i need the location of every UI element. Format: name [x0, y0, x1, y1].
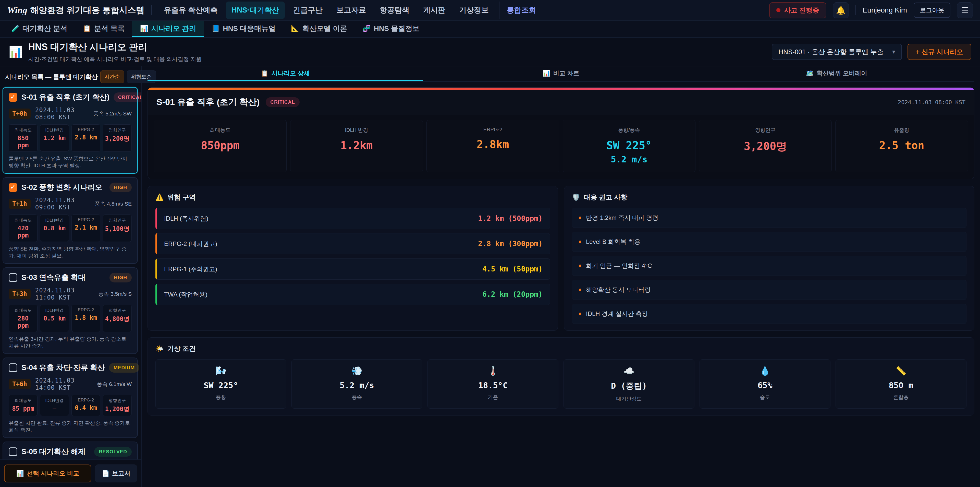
scenario-checkbox[interactable] — [9, 93, 18, 102]
stat-value: 0.4 km — [73, 404, 99, 411]
nav-item[interactable]: 통합조회 — [499, 2, 542, 19]
report-button[interactable]: 📄 보고서 — [95, 465, 137, 482]
module-tab[interactable]: 🧬 HNS 물질정보 — [355, 21, 427, 37]
risk-zone-list: IDLH (즉시위험) 1.2 km (500ppm) ERPG-2 (대피권고… — [156, 208, 550, 305]
recommendations-title: 대응 권고 사항 — [584, 193, 627, 202]
detail-tabs: 📋 시나리오 상세 📊 비교 차트 🗺️ 확산범위 오버레이 — [148, 66, 974, 82]
nav-item[interactable]: 기상정보 — [453, 2, 494, 19]
detail-tab[interactable]: 📊 비교 차트 — [423, 66, 699, 81]
scenario-checkbox[interactable] — [9, 363, 18, 372]
weather-card: ☁️ D (중립) 대기안정도 — [563, 359, 694, 409]
time-offset-chip: T+1h — [9, 199, 30, 209]
nav-item[interactable]: 긴급구난 — [287, 2, 328, 19]
stat-value: 4,800명 — [105, 315, 130, 323]
module-tab[interactable]: 📘 HNS 대응매뉴얼 — [204, 21, 283, 37]
recommendation-row: Level B 화학복 착용 — [572, 232, 966, 252]
module-tab[interactable]: 📋 분석 목록 — [75, 21, 132, 37]
nav-item[interactable]: 게시판 — [417, 2, 451, 19]
detail-datetime: 2024.11.03 08:00 KST — [898, 99, 966, 105]
detail-tab-icon: 🗺️ — [806, 70, 814, 77]
nav-item[interactable]: 유출유 확산예측 — [158, 2, 223, 19]
weather-card-icon: 🌬️ — [158, 366, 283, 376]
nav-item[interactable]: 항공탐색 — [374, 2, 415, 19]
weather-card-icon: 🌡️ — [430, 366, 555, 376]
nav-item[interactable]: HNS·대기확산 — [226, 2, 285, 19]
app-logo: Wing 해양환경 위기대응 통합시스템 — [7, 5, 145, 16]
scenario-title: S-01 유출 직후 (초기 확산) — [21, 92, 110, 102]
recommendation-row: IDLH 경계 실시간 측정 — [572, 304, 966, 324]
module-tab-label: 확산모델 이론 — [302, 24, 347, 34]
page-icon: 📊 — [9, 45, 23, 59]
module-tab[interactable]: 📊 시나리오 관리 — [132, 21, 204, 37]
nav-item[interactable]: 보고자료 — [331, 2, 372, 19]
detail-stat-label: IDLH 반경 — [293, 127, 420, 134]
weather-card-value: 850 m — [838, 380, 964, 390]
sort-button[interactable]: 시간순 — [100, 70, 124, 83]
divider — [856, 5, 856, 15]
scenario-checkbox[interactable] — [9, 183, 18, 192]
scenario-stat: 영향인구 5,100명 — [103, 214, 132, 242]
module-tab-label: 분석 목록 — [94, 24, 125, 34]
scenario-stat: IDLH반경 — — [40, 395, 69, 416]
detail-stat-label: 영향인구 — [702, 127, 829, 134]
scenario-stats: 최대농도 850 ppm IDLH반경 1.2 km ERPG-2 2.8 km… — [9, 125, 132, 152]
stat-label: IDLH반경 — [42, 127, 67, 133]
scenario-stat: 영향인구 4,800명 — [103, 305, 132, 332]
scenario-title: S-03 연속유출 확대 — [21, 273, 105, 283]
weather-title: 기상 조건 — [167, 344, 196, 353]
risk-zone-value: 4.5 km (50ppm) — [482, 265, 542, 273]
detail-stat-label: ERPG-2 — [429, 127, 556, 133]
menu-button[interactable]: ☰ — [957, 2, 973, 18]
page-title: HNS 대기확산 시나리오 관리 — [28, 41, 202, 53]
stat-label: IDLH반경 — [42, 308, 67, 313]
module-tab[interactable]: 🧪 대기확산 분석 — [3, 21, 75, 37]
scenario-card[interactable]: S-02 풍향 변화 시나리오 HIGH T+1h 2024.11.03 09:… — [3, 177, 138, 264]
scenario-checkbox[interactable] — [9, 273, 18, 282]
scenario-checkbox[interactable] — [9, 447, 18, 456]
weather-card-label: 풍향 — [158, 394, 283, 401]
notification-bell-button[interactable]: 🔔 — [833, 2, 849, 18]
divider — [151, 5, 151, 15]
weather-card-icon: 📏 — [838, 366, 964, 376]
scenario-card[interactable]: S-01 유출 직후 (초기 확산) CRITICAL T+0h 2024.11… — [3, 87, 138, 174]
scenario-stat: ERPG-2 0.4 km — [72, 395, 100, 416]
scenario-card[interactable]: S-04 유출 차단·잔류 확산 MEDIUM T+6h 2024.11.03 … — [3, 358, 138, 438]
severity-badge: HIGH — [110, 183, 132, 192]
logo-mark: Wing — [7, 5, 27, 16]
new-scenario-button[interactable]: + 신규 시나리오 — [907, 44, 971, 60]
recommendation-row: 화기 엄금 — 인화점 4°C — [572, 256, 966, 276]
stat-label: 최대농도 — [11, 398, 36, 404]
detail-tab[interactable]: 🗺️ 확산범위 오버레이 — [699, 66, 974, 81]
stat-label: 최대농도 — [11, 217, 36, 223]
risk-zone-label: ERPG-1 (주의권고) — [164, 265, 217, 273]
weather-icon: 🌤️ — [156, 345, 164, 353]
module-tab[interactable]: 📐 확산모델 이론 — [283, 21, 355, 37]
compare-scenarios-button[interactable]: 📊 선택 시나리오 비교 — [4, 465, 91, 482]
stat-label: 영향인구 — [105, 127, 130, 133]
scenario-card[interactable]: S-03 연속유출 확대 HIGH T+3h 2024.11.03 11:00 … — [3, 267, 138, 354]
hamburger-icon: ☰ — [961, 5, 969, 15]
scenario-title: S-04 유출 차단·잔류 확산 — [21, 362, 105, 373]
detail-tab[interactable]: 📋 시나리오 상세 — [148, 66, 423, 81]
scenario-card[interactable]: S-05 대기확산 해제 RESOLVED T+12h 2024.11.03 2… — [3, 442, 138, 460]
document-icon: 📄 — [102, 470, 110, 477]
chart-icon: 📊 — [16, 470, 24, 477]
scenario-wind: 풍속 6.1m/s W — [97, 380, 132, 388]
stat-value: 0.5 km — [42, 315, 67, 322]
detail-stat-value: 2.5 ton — [838, 139, 965, 152]
scenario-detail-card: S-01 유출 직후 (초기 확산) CRITICAL 2024.11.03 0… — [148, 87, 974, 179]
module-tab-label: 대기확산 분석 — [22, 24, 67, 34]
bullet-dot-icon — [579, 289, 581, 291]
stat-label: 최대농도 — [11, 308, 36, 313]
stat-value: 1.2 km — [42, 134, 67, 142]
weather-card-value: 65% — [702, 380, 828, 390]
severity-badge: MEDIUM — [109, 363, 139, 373]
detail-stat: 유출량 2.5 ton — [835, 120, 968, 172]
scenario-sidebar: 시나리오 목록 — 톨루엔 대기확산 시간순위험도순 S-01 유출 직후 (초… — [0, 66, 142, 487]
logout-button[interactable]: 로그아웃 — [914, 3, 950, 18]
incident-select[interactable]: HNS-001 · 울산 온산항 톨루엔 누출 ▼ — [772, 44, 902, 60]
scenario-stats: 최대농도 280 ppm IDLH반경 0.5 km ERPG-2 1.8 km… — [9, 305, 132, 332]
page-subtitle: 시간·조건별 대기확산 예측 시나리오 비교·검토 및 대응 의사결정 지원 — [28, 56, 202, 63]
recommendation-list: 반경 1.2km 즉시 대피 명령 Level B 화학복 착용 화기 엄금 —… — [572, 208, 966, 324]
weather-card: 🌬️ SW 225° 풍향 — [156, 359, 286, 409]
